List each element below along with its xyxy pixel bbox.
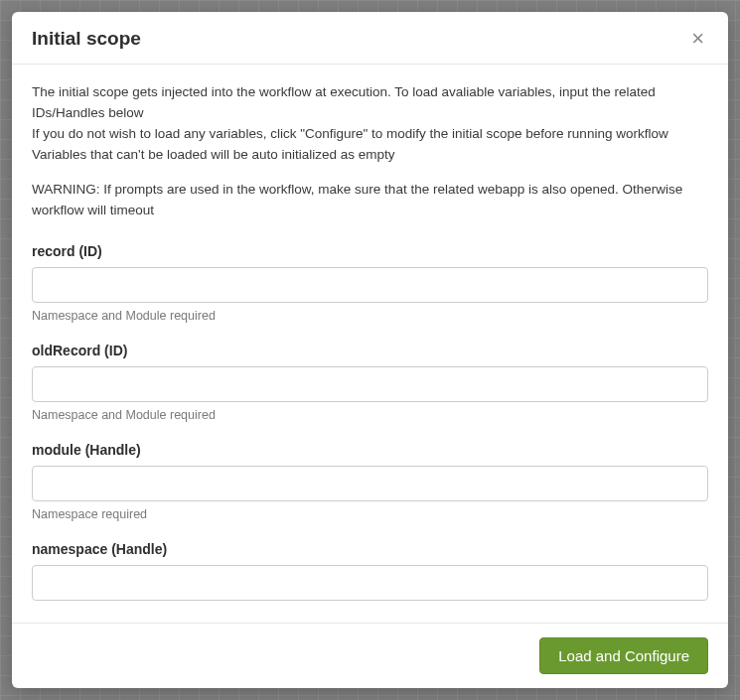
namespace-input[interactable] <box>32 565 708 601</box>
warning-text: WARNING: If prompts are used in the work… <box>32 180 708 221</box>
modal-footer: Load and Configure <box>12 623 728 688</box>
old-record-label: oldRecord (ID) <box>32 343 708 358</box>
module-hint: Namespace required <box>32 507 708 521</box>
namespace-label: namespace (Handle) <box>32 541 708 557</box>
module-input[interactable] <box>32 466 708 501</box>
modal-title: Initial scope <box>32 28 141 50</box>
field-module: module (Handle) Namespace required <box>32 442 708 521</box>
field-record: record (ID) Namespace and Module require… <box>32 243 708 323</box>
module-label: module (Handle) <box>32 442 708 458</box>
modal-header: Initial scope × <box>12 12 728 65</box>
old-record-hint: Namespace and Module required <box>32 408 708 422</box>
record-input[interactable] <box>32 267 708 303</box>
intro-text: The initial scope gets injected into the… <box>32 82 708 166</box>
modal-body: The initial scope gets injected into the… <box>12 65 728 623</box>
initial-scope-modal: Initial scope × The initial scope gets i… <box>12 12 728 688</box>
record-label: record (ID) <box>32 243 708 259</box>
field-old-record: oldRecord (ID) Namespace and Module requ… <box>32 343 708 422</box>
intro-line-2: If you do not wish to load any variables… <box>32 124 708 145</box>
load-and-configure-button[interactable]: Load and Configure <box>539 637 708 674</box>
field-namespace: namespace (Handle) <box>32 541 708 601</box>
close-icon[interactable]: × <box>687 28 708 50</box>
intro-line-1: The initial scope gets injected into the… <box>32 82 708 124</box>
record-hint: Namespace and Module required <box>32 309 708 323</box>
intro-line-3: Variables that can't be loaded will be a… <box>32 145 708 166</box>
old-record-input[interactable] <box>32 366 708 402</box>
